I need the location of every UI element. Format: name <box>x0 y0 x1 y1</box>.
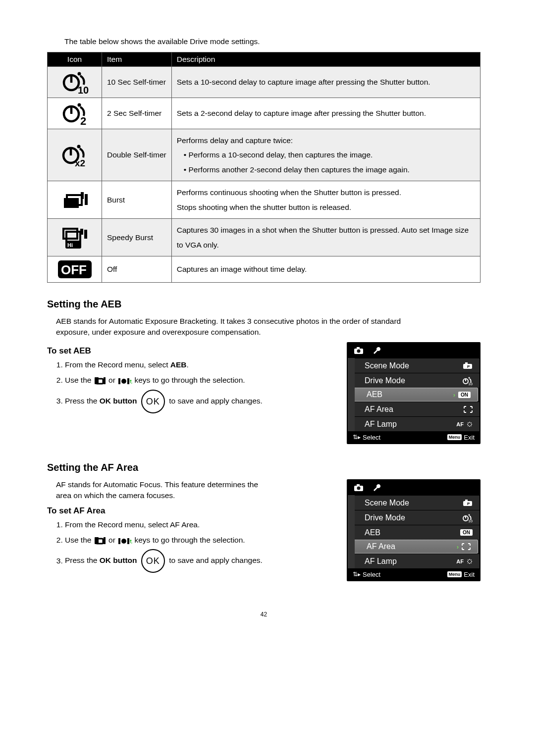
svg-rect-49 <box>357 484 360 486</box>
svg-point-45 <box>121 539 126 544</box>
svg-rect-18 <box>80 229 83 235</box>
desc-burst-l2: Stops shooting when the shutter button i… <box>177 200 475 214</box>
svg-rect-32 <box>357 347 360 349</box>
camera-menu-aeb: Scene Mode P Drive Mode 10 AEB › ON <box>347 342 481 444</box>
menu-row-aeb: AEB ON <box>348 525 480 540</box>
menu-label: Drive Mode <box>365 513 405 522</box>
menu-row-aflamp: AF Lamp AF <box>348 554 480 568</box>
svg-point-6 <box>77 103 81 107</box>
foot-select: ⇅▸ Select <box>353 434 380 441</box>
aeb-heading: Setting the AEB <box>47 299 481 310</box>
menu-label: AEB <box>367 390 382 399</box>
svg-text:↻: ↻ <box>129 379 132 385</box>
menu-pill: Menu <box>447 571 462 577</box>
svg-text:2: 2 <box>80 115 86 126</box>
menu-val-afarea: › <box>457 543 471 551</box>
svg-text:P: P <box>467 364 470 369</box>
menu-row-afarea-sel: AF Area › <box>349 540 478 554</box>
menu-label: Scene Mode <box>365 361 409 370</box>
menu-val-aflamp: AF <box>456 558 473 564</box>
svg-point-28 <box>121 379 126 384</box>
item-10s: 10 Sec Self-timer <box>102 67 172 98</box>
step-text: Use the <box>65 536 94 544</box>
desc-speedy: Captures 30 images in a shot when the Sh… <box>171 219 480 256</box>
wrench-tab-icon <box>373 483 381 492</box>
af-text: AF <box>456 421 464 427</box>
step-text: or <box>108 376 117 384</box>
aeb-para: AEB stands for Automatic Exposure Bracke… <box>56 316 413 337</box>
table-row: x2 Double Self-timer Performs delay and … <box>48 129 481 181</box>
speedy-burst-icon: Hi <box>48 219 102 256</box>
aeb-step-1: From the Record menu, select AEB. <box>65 359 333 371</box>
menu-val-drive: 10 <box>462 376 473 385</box>
step-text: keys to go through the selection. <box>134 376 245 384</box>
camera-menu-afarea: Scene Mode P Drive Mode 10 AEB ON <box>347 479 481 581</box>
table-row: Burst Performs continuous shooting when … <box>48 181 481 219</box>
scroll-strip <box>348 495 355 568</box>
menu-label: Drive Mode <box>365 376 405 385</box>
wrench-tab-icon <box>373 346 381 355</box>
svg-text:x2: x2 <box>75 158 85 167</box>
right-arrow-icon: › <box>457 543 459 551</box>
svg-text:↻: ↻ <box>129 539 132 545</box>
svg-rect-27 <box>118 378 120 384</box>
step-text: From the Record menu, select <box>65 360 170 369</box>
updown-icon: ⇅▸ <box>353 571 361 578</box>
desc-2s: Sets a 2-second delay to capture image a… <box>171 98 480 129</box>
menu-row-aeb-sel: AEB › ON <box>349 388 478 402</box>
menu-topbar <box>348 480 480 495</box>
af-steps: From the Record menu, select AF Area. Us… <box>65 519 333 573</box>
svg-rect-19 <box>84 230 87 239</box>
on-badge: ON <box>458 392 471 398</box>
display-key-icon <box>94 376 107 385</box>
menu-val-afarea <box>464 406 473 413</box>
step-bold: OK button <box>100 397 137 405</box>
step-text: . <box>187 360 189 369</box>
svg-text:10: 10 <box>78 85 89 95</box>
camera-tab-icon <box>354 484 364 492</box>
table-row: 2 2 Sec Self-timer Sets a 2-second delay… <box>48 98 481 129</box>
svg-text:10: 10 <box>468 382 473 385</box>
svg-rect-14 <box>81 192 84 199</box>
menu-pill: Menu <box>447 434 462 440</box>
af-heading: Setting the AF Area <box>47 462 481 473</box>
menu-row-scene: Scene Mode P <box>348 358 480 373</box>
foot-select: ⇅▸ Select <box>353 571 380 578</box>
menu-label: AEB <box>365 528 380 537</box>
item-double: Double Self-timer <box>102 129 172 181</box>
desc-double-b1: Performs a 10-second delay, then capture… <box>177 148 475 162</box>
right-arrow-icon: › <box>453 391 455 399</box>
table-row: Hi Speedy Burst Captures 30 images in a … <box>48 219 481 256</box>
th-item: Item <box>102 52 172 67</box>
svg-text:Hi: Hi <box>67 242 73 248</box>
step-text: Use the <box>65 376 94 384</box>
menu-row-afarea: AF Area <box>348 402 480 416</box>
menu-val-drive: 10 <box>462 513 473 522</box>
aeb-step-2: Use the or ↻ keys to go through the sele… <box>65 374 333 387</box>
svg-point-33 <box>357 350 361 353</box>
af-step-1: From the Record menu, select AF Area. <box>65 519 333 531</box>
step-text: keys to go through the selection. <box>134 536 245 544</box>
svg-text:OFF: OFF <box>61 262 87 277</box>
foot-text: Select <box>363 571 380 578</box>
step-bold: AEB <box>170 360 187 369</box>
foot-text: Exit <box>464 571 475 578</box>
svg-point-56 <box>469 514 470 515</box>
svg-rect-26 <box>104 377 106 384</box>
menu-val-aflamp: AF <box>456 421 473 427</box>
drive-mode-table: Icon Item Description 10 10 Sec Self-tim… <box>47 52 481 283</box>
menu-row-scene: Scene Mode P <box>348 495 480 510</box>
timer-10-icon: 10 <box>48 67 102 98</box>
svg-point-50 <box>357 487 361 490</box>
timer-2-icon: 2 <box>48 98 102 129</box>
svg-rect-43 <box>104 537 106 544</box>
ok-button-icon: OK <box>141 549 165 573</box>
step-text: or <box>108 536 117 544</box>
menu-val-aeb: ON <box>460 529 473 536</box>
double-timer-icon: x2 <box>48 129 102 181</box>
desc-burst-l1: Performs continuous shooting when the Sh… <box>177 185 475 200</box>
ok-button-icon: OK <box>141 390 165 413</box>
menu-footer: ⇅▸ Select Menu Exit <box>348 431 480 443</box>
svg-text:P: P <box>467 502 470 506</box>
menu-row-drive: Drive Mode 10 <box>348 510 480 525</box>
